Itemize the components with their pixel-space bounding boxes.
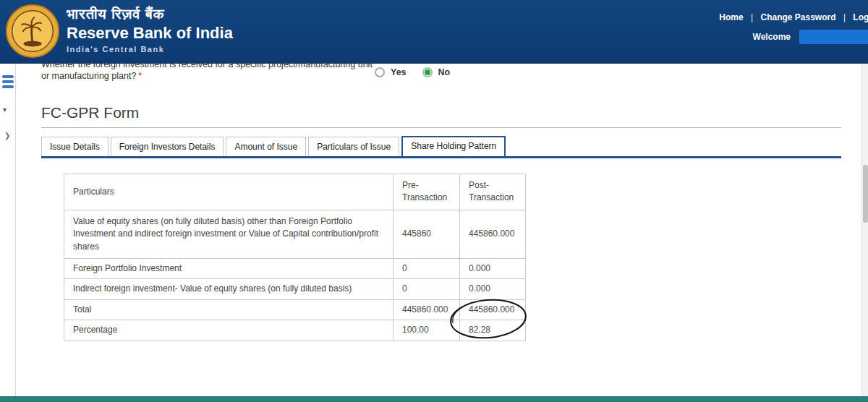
table-row: Percentage 100.00 82.28 xyxy=(64,320,526,341)
row-post-value-circled: 82.28 xyxy=(460,320,526,341)
row-post-value: 445860.000 xyxy=(460,210,526,258)
row-pre-value: 445860.000 xyxy=(393,299,460,320)
radio-no-label: No xyxy=(438,67,451,77)
row-particulars: Percentage xyxy=(64,320,393,341)
row-pre-value: 100.00 xyxy=(393,320,460,341)
nav-home-link[interactable]: Home xyxy=(719,12,743,22)
row-post-value: 0.000 xyxy=(460,258,526,278)
radio-yes[interactable] xyxy=(375,67,385,77)
nav-logout-link[interactable]: Logout xyxy=(853,12,868,22)
header-pre-transaction: Pre-Transaction xyxy=(393,174,460,210)
row-particulars: Indirect foreign investment- Value of eq… xyxy=(64,279,393,299)
yes-no-radio-group: Yes No xyxy=(375,67,450,77)
vertical-scrollbar[interactable] xyxy=(861,64,868,396)
rbi-logo-icon xyxy=(4,3,61,59)
header-post-transaction: Post-Transaction xyxy=(460,174,526,210)
welcome-row: Welcome xyxy=(753,30,868,44)
radio-selected-dot xyxy=(425,69,430,75)
hamburger-bar xyxy=(2,85,14,88)
table-row: Total 445860.000 445860.000 xyxy=(64,299,526,320)
table-row: Indirect foreign investment- Value of eq… xyxy=(64,279,526,299)
table-row: Value of equity shares (on fully diluted… xyxy=(64,210,526,258)
header-nav: Home | Change Password | Logout xyxy=(719,12,868,22)
question-block: Whether the foreign investment is receiv… xyxy=(41,64,381,87)
share-holding-table: Particulars Pre-Transaction Post-Transac… xyxy=(64,174,526,341)
chevron-right-icon[interactable]: ❯ xyxy=(4,132,10,140)
tab-foreign-investors-details[interactable]: Foreign Investors Details xyxy=(111,137,224,156)
question-line1: Whether the foreign investment is receiv… xyxy=(41,64,373,69)
tab-issue-details[interactable]: Issue Details xyxy=(41,137,109,156)
row-particulars: Foreign Portfolio Investment xyxy=(64,258,393,278)
hamburger-menu-icon[interactable] xyxy=(2,75,14,90)
question-text: Whether the foreign investment is receiv… xyxy=(41,64,381,82)
radio-yes-label: Yes xyxy=(391,67,407,77)
rbi-logo xyxy=(4,3,61,59)
row-pre-value: 0 xyxy=(393,258,460,278)
row-particulars: Value of equity shares (on fully diluted… xyxy=(64,210,393,258)
tab-particulars-of-issue[interactable]: Particulars of Issue xyxy=(308,137,399,156)
row-post-value: 0.000 xyxy=(460,279,526,299)
bank-name-english: Reserve Bank of India xyxy=(67,24,233,43)
nav-separator: | xyxy=(751,12,753,22)
bank-tagline: India's Central Bank xyxy=(67,45,164,54)
row-post-value: 445860.000 xyxy=(460,299,526,320)
required-marker: * xyxy=(138,71,142,81)
page: भारतीय रिज़र्व बैंक Reserve Bank of Indi… xyxy=(0,0,868,402)
scrollbar-thumb[interactable] xyxy=(863,165,868,223)
rbi-header: भारतीय रिज़र्व बैंक Reserve Bank of Indi… xyxy=(0,0,868,64)
tab-active-underline xyxy=(41,156,841,158)
footer-bar xyxy=(0,396,868,402)
title-divider xyxy=(41,127,841,128)
nav-separator: | xyxy=(843,12,846,22)
welcome-username-highlight xyxy=(799,30,868,44)
page-title: FC-GPR Form xyxy=(41,104,139,121)
table-row: Foreign Portfolio Investment 0 0.000 xyxy=(64,258,526,278)
nav-change-password-link[interactable]: Change Password xyxy=(761,12,836,22)
tab-amount-of-issue[interactable]: Amount of Issue xyxy=(226,137,306,156)
table-header-row: Particulars Pre-Transaction Post-Transac… xyxy=(64,174,526,210)
row-particulars: Total xyxy=(64,299,393,320)
caret-down-icon[interactable]: ▾ xyxy=(3,106,7,114)
tab-share-holding-pattern[interactable]: Share Holding Pattern xyxy=(401,136,506,156)
left-sidebar: ▾ ❯ xyxy=(0,64,16,396)
hamburger-bar xyxy=(2,80,14,83)
question-line2: or manufacturing plant? xyxy=(41,71,136,81)
row-pre-value: 445860 xyxy=(393,210,460,258)
row-pre-value: 0 xyxy=(393,279,460,299)
welcome-label: Welcome xyxy=(753,32,791,42)
hamburger-bar xyxy=(2,75,14,78)
form-tabs: Issue Details Foreign Investors Details … xyxy=(41,136,506,156)
header-particulars: Particulars xyxy=(64,174,393,210)
radio-no[interactable] xyxy=(422,67,433,77)
bank-name-hindi: भारतीय रिज़र्व बैंक xyxy=(67,6,165,22)
